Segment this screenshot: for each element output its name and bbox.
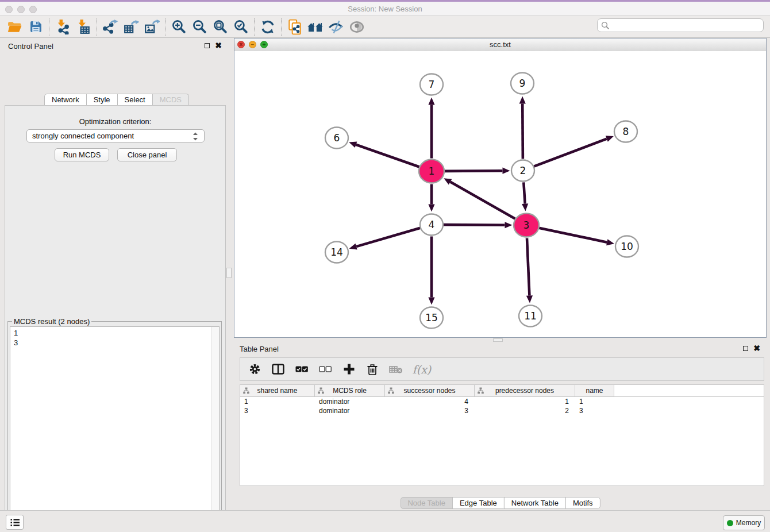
close-panel-button[interactable]: Close panel xyxy=(117,148,177,161)
cell-predecessor-nodes[interactable]: 1 xyxy=(475,397,575,406)
delete-column-button[interactable] xyxy=(365,362,380,377)
run-mcds-button[interactable]: Run MCDS xyxy=(55,148,109,161)
graph-node-11[interactable]: 11 xyxy=(519,306,542,327)
tab-mcds[interactable]: MCDS xyxy=(152,94,189,106)
svg-text:14: 14 xyxy=(330,246,343,258)
graph-node-2[interactable]: 2 xyxy=(511,160,534,182)
memory-button[interactable]: Memory xyxy=(723,515,765,530)
graph-node-9[interactable]: 9 xyxy=(511,73,534,94)
zoom-in-button[interactable] xyxy=(168,18,189,36)
graph-node-14[interactable]: 14 xyxy=(325,242,348,263)
cell-MCDS-role[interactable]: dominator xyxy=(315,406,385,415)
svg-text:15: 15 xyxy=(425,312,438,323)
export-table-button[interactable] xyxy=(121,18,141,36)
graph-edge-1-6[interactable] xyxy=(349,141,419,167)
graph-edge-1-4[interactable] xyxy=(428,184,434,212)
close-panel-icon[interactable]: ✖ xyxy=(753,345,760,352)
tab-style[interactable]: Style xyxy=(86,94,118,106)
import-table-button[interactable] xyxy=(73,18,94,36)
result-scrollbar[interactable] xyxy=(211,327,219,532)
tab-select[interactable]: Select xyxy=(117,94,153,106)
export-network-button[interactable] xyxy=(100,18,121,36)
graph-node-6[interactable]: 6 xyxy=(325,128,348,149)
close-panel-icon[interactable]: ✖ xyxy=(215,43,222,49)
clone-network-button[interactable] xyxy=(284,18,305,36)
zoom-out-icon xyxy=(192,19,207,34)
select-all-button[interactable] xyxy=(294,362,309,377)
deselect-all-button[interactable] xyxy=(318,362,333,377)
graph-node-4[interactable]: 4 xyxy=(420,214,443,236)
folder-open-icon xyxy=(7,21,22,33)
open-session-button[interactable] xyxy=(5,18,25,36)
task-history-button[interactable] xyxy=(6,515,24,530)
cell-successor-nodes[interactable]: 3 xyxy=(385,406,475,415)
first-neighbors-button[interactable] xyxy=(305,18,326,36)
import-network-icon xyxy=(55,20,70,34)
tab-edge-table[interactable]: Edge Table xyxy=(452,497,505,509)
tab-network[interactable]: Network xyxy=(44,94,87,106)
zoom-fit-button[interactable] xyxy=(210,18,230,36)
graph-edge-2-9[interactable] xyxy=(519,96,526,159)
graph-node-8[interactable]: 8 xyxy=(614,121,637,142)
cell-predecessor-nodes[interactable]: 2 xyxy=(475,406,575,415)
table-row[interactable]: 1dominator411 xyxy=(240,397,764,406)
cell-shared-name[interactable]: 3 xyxy=(240,406,315,415)
cell-name[interactable]: 1 xyxy=(575,397,614,406)
zoom-out-button[interactable] xyxy=(189,18,210,36)
mcds-result-box[interactable]: 13 xyxy=(10,326,220,532)
graph-edge-2-3[interactable] xyxy=(522,182,528,211)
network-window-titlebar[interactable]: × − + scc.txt xyxy=(234,38,766,52)
update-view-button[interactable] xyxy=(257,18,278,36)
graph-edge-3-11[interactable] xyxy=(526,238,533,303)
cell-successor-nodes[interactable]: 4 xyxy=(385,397,475,406)
export-image-button[interactable] xyxy=(141,18,162,36)
graph-edge-4-14[interactable] xyxy=(349,228,421,250)
cell-MCDS-role[interactable]: dominator xyxy=(315,397,385,406)
window-titlebar: Session: New Session xyxy=(0,0,770,16)
column-header-predecessor-nodes[interactable]: predecessor nodes xyxy=(475,385,575,396)
create-column-button[interactable] xyxy=(341,362,356,377)
search-box[interactable] xyxy=(597,18,764,32)
vertical-splitter-handle[interactable] xyxy=(226,268,232,278)
toolbar-separator xyxy=(97,18,97,36)
svg-text:8: 8 xyxy=(623,126,629,137)
cell-shared-name[interactable]: 1 xyxy=(240,397,315,406)
graph-edge-2-8[interactable] xyxy=(534,136,614,166)
graph-edge-1-7[interactable] xyxy=(428,98,434,159)
column-header-successor-nodes[interactable]: successor nodes xyxy=(385,385,475,396)
graph-edge-4-3[interactable] xyxy=(443,222,512,228)
unchecked-boxes-icon xyxy=(319,366,332,372)
graph-node-15[interactable]: 15 xyxy=(420,307,443,329)
tab-motifs[interactable]: Motifs xyxy=(565,497,600,509)
table-settings-button[interactable] xyxy=(247,362,262,377)
column-header-shared-name[interactable]: shared name xyxy=(240,385,315,396)
import-network-button[interactable] xyxy=(52,18,73,36)
tab-network-table[interactable]: Network Table xyxy=(504,497,566,509)
hide-panels-button[interactable] xyxy=(326,18,346,36)
save-session-button[interactable] xyxy=(25,18,46,36)
tab-node-table[interactable]: Node Table xyxy=(400,497,453,509)
graph-node-7[interactable]: 7 xyxy=(420,74,443,95)
network-canvas[interactable]: 7968124314101511 xyxy=(234,51,766,337)
graph-node-10[interactable]: 10 xyxy=(615,236,638,257)
column-header-MCDS-role[interactable]: MCDS role xyxy=(315,385,385,396)
graph-edge-4-15[interactable] xyxy=(428,237,434,305)
graph-node-1[interactable]: 1 xyxy=(419,160,444,183)
zoom-selected-button[interactable] xyxy=(230,18,251,36)
control-panel-window-buttons: ✖ xyxy=(205,43,222,49)
graph-node-3[interactable]: 3 xyxy=(514,214,539,237)
column-header-name[interactable]: name xyxy=(575,385,614,396)
graph-edge-3-10[interactable] xyxy=(539,228,614,245)
graph-edge-1-2[interactable] xyxy=(444,168,510,174)
float-panel-icon[interactable] xyxy=(743,346,748,351)
table-row[interactable]: 3dominator323 xyxy=(240,406,764,415)
float-panel-icon[interactable] xyxy=(205,43,210,48)
optimization-criterion-select[interactable]: strongly connected component xyxy=(26,129,205,142)
search-input[interactable] xyxy=(612,21,763,30)
graph-edge-3-1[interactable] xyxy=(444,178,515,219)
delete-table-button xyxy=(388,362,403,377)
show-column-button[interactable] xyxy=(271,362,286,377)
mcds-result-lines: 13 xyxy=(10,327,219,349)
cell-name[interactable]: 3 xyxy=(575,406,614,415)
svg-text:4: 4 xyxy=(429,219,435,230)
